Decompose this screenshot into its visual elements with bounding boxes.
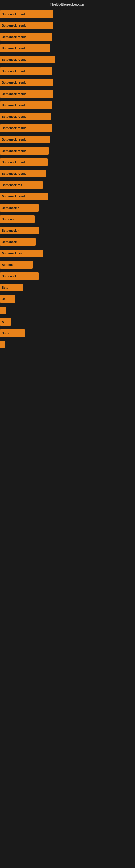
bar-row: Bottle <box>0 328 135 338</box>
bar-row: Bottleneck result <box>0 9 135 19</box>
result-bar[interactable]: Bottleneck result <box>0 33 52 41</box>
bar-label: Bottlene <box>2 263 13 267</box>
bar-row: Bottleneck res <box>0 248 135 258</box>
bar-label: Bottle <box>2 332 10 335</box>
bar-row: Bottlenec <box>0 214 135 224</box>
bar-label: Bottleneck result <box>2 104 26 107</box>
bar-row: Bottlene <box>0 260 135 270</box>
bar-label: Bottleneck res <box>2 252 22 255</box>
bar-row: Bottleneck result <box>0 21 135 30</box>
bar-label: Bottleneck r <box>2 275 19 278</box>
result-bar[interactable]: Bottle <box>0 329 25 337</box>
bar-row: B <box>0 317 135 327</box>
bar-row: Bottleneck result <box>0 169 135 179</box>
result-bar[interactable]: Bottlenec <box>0 215 35 223</box>
result-bar[interactable]: Bottleneck result <box>0 22 53 29</box>
bar-label: Bottleneck result <box>2 24 26 27</box>
bar-label: Bottleneck <box>2 240 17 244</box>
bar-row <box>0 340 135 349</box>
bar-label: Bo <box>2 297 6 301</box>
result-bar[interactable]: Bottleneck r <box>0 227 39 235</box>
bar-row: Bottleneck r <box>0 203 135 213</box>
result-bar[interactable]: Bottleneck <box>0 238 36 246</box>
result-bar[interactable]: Bottleneck result <box>0 67 52 75</box>
result-bar[interactable]: Bott <box>0 284 23 291</box>
bar-row: Bottleneck result <box>0 66 135 76</box>
result-bar[interactable]: B <box>0 318 11 326</box>
result-bar[interactable]: Bottleneck result <box>0 193 48 200</box>
bars-container: Bottleneck resultBottleneck resultBottle… <box>0 9 135 349</box>
bar-label: Bottleneck result <box>2 69 26 73</box>
bar-label: Bottleneck result <box>2 195 26 198</box>
result-bar[interactable]: Bottleneck res <box>0 250 43 257</box>
result-bar[interactable]: Bo <box>0 295 15 303</box>
bar-label: Bottleneck result <box>2 46 26 50</box>
bar-row: Bo <box>0 294 135 304</box>
result-bar[interactable]: Bottleneck result <box>0 158 48 166</box>
bar-label: Bottleneck result <box>2 12 26 16</box>
bar-row: Bott <box>0 283 135 292</box>
bar-row: Bottleneck result <box>0 32 135 42</box>
bar-label: Bottleneck result <box>2 81 26 84</box>
bar-row: Bottleneck res <box>0 180 135 190</box>
bar-row <box>0 305 135 315</box>
result-bar[interactable]: Bottleneck result <box>0 56 54 63</box>
bar-row: Bottleneck result <box>0 112 135 122</box>
bar-label: B <box>2 320 4 323</box>
bar-row: Bottleneck result <box>0 55 135 65</box>
bar-row: Bottleneck r <box>0 271 135 281</box>
result-bar[interactable]: Bottlene <box>0 261 33 269</box>
bar-row: Bottleneck <box>0 237 135 247</box>
bar-label: Bottleneck result <box>2 138 26 141</box>
result-bar[interactable] <box>0 341 5 348</box>
bar-row: Bottleneck result <box>0 134 135 144</box>
result-bar[interactable]: Bottleneck result <box>0 79 53 86</box>
bar-label: Bottlenec <box>2 218 15 221</box>
bar-label: Bottleneck result <box>2 172 26 175</box>
bar-row: Bottleneck result <box>0 123 135 133</box>
result-bar[interactable]: Bottleneck result <box>0 44 50 52</box>
bar-row: Bottleneck result <box>0 100 135 110</box>
bar-label: Bottleneck r <box>2 206 19 209</box>
result-bar[interactable]: Bottleneck result <box>0 147 49 155</box>
bar-row: Bottleneck result <box>0 146 135 156</box>
result-bar[interactable]: Bottleneck result <box>0 135 50 143</box>
result-bar[interactable]: Bottleneck r <box>0 272 39 280</box>
bar-label: Bottleneck result <box>2 92 26 95</box>
bar-label: Bottleneck r <box>2 229 19 232</box>
bar-row: Bottleneck r <box>0 226 135 236</box>
result-bar[interactable] <box>0 307 6 314</box>
site-title: TheBottlenecker.com <box>0 0 135 8</box>
bar-label: Bottleneck result <box>2 126 26 130</box>
bar-label: Bottleneck result <box>2 149 26 152</box>
bar-label: Bottleneck res <box>2 183 22 187</box>
bar-row: Bottleneck result <box>0 89 135 99</box>
bar-label: Bottleneck result <box>2 58 26 61</box>
result-bar[interactable]: Bottleneck result <box>0 113 51 120</box>
bar-row: Bottleneck result <box>0 78 135 87</box>
bar-label: Bottleneck result <box>2 161 26 164</box>
bar-label: Bott <box>2 286 8 289</box>
result-bar[interactable]: Bottleneck res <box>0 181 43 189</box>
result-bar[interactable]: Bottleneck result <box>0 101 52 109</box>
result-bar[interactable]: Bottleneck result <box>0 124 52 132</box>
bar-row: Bottleneck result <box>0 191 135 201</box>
result-bar[interactable]: Bottleneck result <box>0 90 53 98</box>
bar-label: Bottleneck result <box>2 35 26 38</box>
result-bar[interactable]: Bottleneck result <box>0 10 53 18</box>
result-bar[interactable]: Bottleneck r <box>0 204 39 212</box>
bar-row: Bottleneck result <box>0 157 135 167</box>
bar-row: Bottleneck result <box>0 43 135 53</box>
result-bar[interactable]: Bottleneck result <box>0 170 46 177</box>
bar-label: Bottleneck result <box>2 115 26 118</box>
